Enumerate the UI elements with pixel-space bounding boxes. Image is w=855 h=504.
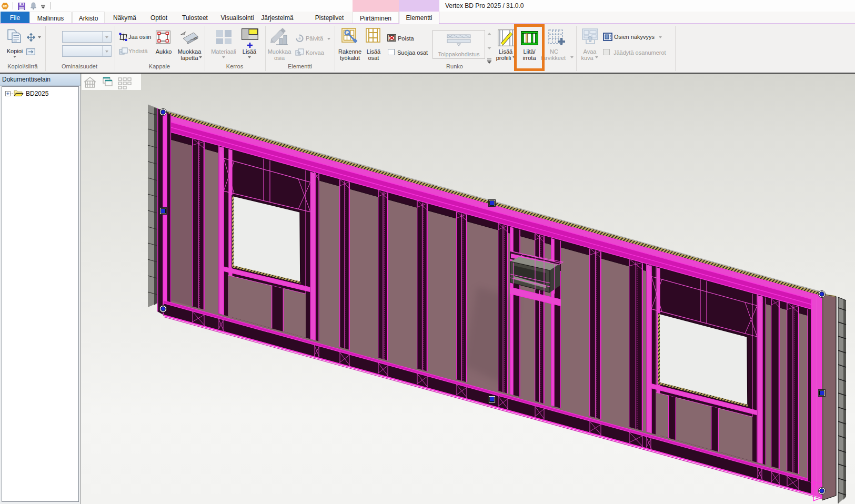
svg-text:BD2025: BD2025: [26, 90, 49, 97]
svg-text:25: 25: [194, 36, 197, 39]
svg-text:BD: BD: [3, 5, 7, 8]
